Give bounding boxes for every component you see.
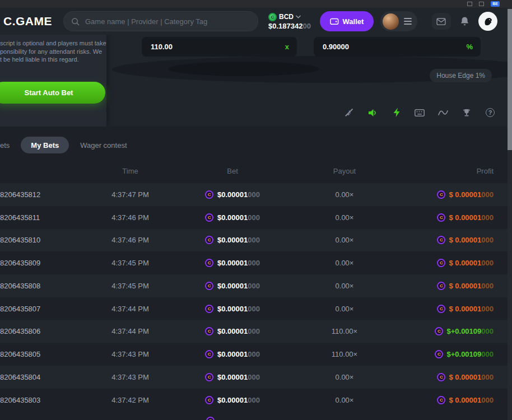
bet-row[interactable]: 8206435805 4:37:43 PM $0.00001000 110.00… <box>0 343 512 366</box>
bet-id: 8206435809 <box>0 259 84 267</box>
speaker-icon[interactable] <box>367 108 378 118</box>
chevron-down-icon <box>296 15 301 18</box>
bet-time: 4:37:43 PM <box>84 350 176 358</box>
payout-input[interactable] <box>150 42 281 52</box>
bcd-coin-icon <box>205 259 213 267</box>
bet-row[interactable]: 8206435811 4:37:46 PM $0.00001000 0.00× … <box>0 206 512 229</box>
bcd-coin-icon <box>205 396 213 404</box>
bet-payout: 0.00× <box>288 213 401 222</box>
tab-wager-contest[interactable]: Wager contest <box>80 141 127 150</box>
help-icon[interactable] <box>485 108 495 118</box>
bet-id: 8206435804 <box>0 373 84 381</box>
envelope-icon <box>436 18 446 25</box>
bet-payout: 110.00× <box>288 327 401 335</box>
bet-amount: $0.00001000 <box>176 350 288 358</box>
tab-all-bets[interactable]: ets <box>0 141 10 150</box>
auto-bet-panel: script is optional and players must take… <box>0 35 106 127</box>
bcd-coin-icon <box>437 282 445 290</box>
mascot-avatar[interactable] <box>478 12 497 31</box>
bet-settings-row: x % <box>142 37 481 57</box>
currency-balance: $0.18734200 <box>268 22 311 30</box>
wallet-icon <box>330 17 339 25</box>
header-time: Time <box>84 167 176 175</box>
win-chance-input[interactable] <box>322 42 462 52</box>
bet-row[interactable]: 8206435806 4:37:44 PM $0.00001000 110.00… <box>0 320 512 343</box>
bets-table-header: Time Bet Payout Profit <box>0 167 512 175</box>
auto-bet-disclaimer: script is optional and players must take… <box>0 39 106 64</box>
bcd-coin-icon <box>437 259 445 267</box>
bet-row[interactable]: 8206435803 4:37:42 PM $0.00001000 0.00× … <box>0 389 512 412</box>
jingle-sound-icon[interactable]: ♪ <box>344 108 354 118</box>
browser-window-icon[interactable] <box>479 2 484 6</box>
notifications-button[interactable] <box>460 16 469 26</box>
currency-selector[interactable]: BCD $0.18734200 <box>268 13 311 30</box>
leaderboard-trophy-icon[interactable] <box>462 108 472 118</box>
bet-profit: $ 0.00001000 <box>401 373 494 381</box>
bet-id: 8206435811 <box>0 213 84 222</box>
bcd-coin-icon <box>205 282 213 290</box>
header-bet-id <box>0 167 84 175</box>
menu-icon <box>404 18 412 25</box>
site-header: C.GAME BCD $0.18734200 Wallet <box>0 8 512 35</box>
game-search-bar[interactable] <box>63 11 258 31</box>
bet-profit: $ 0.00001000 <box>401 213 494 222</box>
bet-payout: 0.00× <box>288 396 401 404</box>
bets-table-body: 8206435812 4:37:47 PM $0.00001000 0.00× … <box>0 183 512 420</box>
profile-menu[interactable] <box>380 11 417 31</box>
site-logo[interactable]: C.GAME <box>3 15 52 28</box>
header-profit: Profit <box>401 167 494 175</box>
bet-row[interactable]: 8206435804 4:37:43 PM $0.00001000 0.00× … <box>0 366 512 389</box>
payout-field[interactable]: x <box>142 37 297 57</box>
bet-row[interactable]: 8206435812 4:37:47 PM $0.00001000 0.00× … <box>0 183 512 206</box>
browser-extension-badge[interactable]: BE <box>491 1 500 7</box>
header-payout: Payout <box>288 167 401 175</box>
bet-id: 8206435803 <box>0 396 84 404</box>
start-auto-bet-button[interactable]: Start Auto Bet <box>0 82 105 104</box>
bcd-coin-icon <box>268 13 277 21</box>
browser-window-icon[interactable] <box>467 2 472 6</box>
bet-amount: $0.00001000 <box>176 236 288 244</box>
live-stats-icon[interactable] <box>438 108 448 118</box>
bet-profit: $ 0.00001000 <box>401 282 494 290</box>
wallet-label: Wallet <box>343 17 364 26</box>
bet-id: 8206435808 <box>0 282 84 290</box>
bet-payout: 0.00× <box>288 259 401 267</box>
bet-profit: $ 0.00001000 <box>401 396 494 404</box>
bet-amount: $0.00001000 <box>176 327 288 335</box>
bet-id: 8206435812 <box>0 190 84 199</box>
header-bet: Bet <box>176 167 288 175</box>
bcd-coin-icon <box>437 396 445 404</box>
bet-payout: 0.00× <box>288 282 401 290</box>
user-avatar[interactable] <box>383 13 399 30</box>
bcd-coin-icon <box>437 190 445 199</box>
win-chance-field[interactable]: % <box>314 37 481 57</box>
bet-id: 8206435810 <box>0 236 84 244</box>
bet-profit: $ 0.00001000 <box>401 259 494 267</box>
fast-bet-bolt-icon[interactable] <box>391 108 401 118</box>
bet-row[interactable]: 8206435810 4:37:46 PM $0.00001000 0.00× … <box>0 229 512 252</box>
bet-amount: $0.00001000 <box>176 213 288 222</box>
bet-amount: $0.00001000 <box>176 282 288 290</box>
dice-game-area: x % House Edge 1% ♪ <box>0 35 512 127</box>
bet-row[interactable]: 8206435808 4:37:45 PM $0.00001000 0.00× … <box>0 274 512 297</box>
scrollbar-thumb[interactable] <box>508 9 512 150</box>
tab-my-bets[interactable]: My Bets <box>21 137 69 153</box>
bet-row[interactable]: 8206435807 4:37:44 PM $0.00001000 0.00× … <box>0 297 512 320</box>
bcd-coin-icon <box>435 350 443 358</box>
bet-time: 4:37:44 PM <box>84 327 176 335</box>
hotkeys-keyboard-icon[interactable] <box>415 108 425 118</box>
bet-row[interactable]: 8206435809 4:37:45 PM $0.00001000 0.00× … <box>0 251 512 274</box>
browser-chrome: BE <box>0 0 512 8</box>
bet-time: 4:37:46 PM <box>84 213 176 222</box>
currency-code: BCD <box>279 13 294 21</box>
messages-button[interactable] <box>432 13 451 30</box>
wallet-button[interactable]: Wallet <box>320 11 374 31</box>
bet-time: 4:37:44 PM <box>84 305 176 313</box>
bcd-coin-icon <box>437 236 445 244</box>
house-edge-badge: House Edge 1% <box>430 69 492 82</box>
bc-game-page: BE C.GAME BCD $0.18734200 Wallet <box>0 0 512 420</box>
bcd-coin-icon <box>437 213 445 222</box>
search-input[interactable] <box>84 17 250 26</box>
bet-id: 8206435807 <box>0 305 84 313</box>
bet-id: 8206435806 <box>0 327 84 335</box>
